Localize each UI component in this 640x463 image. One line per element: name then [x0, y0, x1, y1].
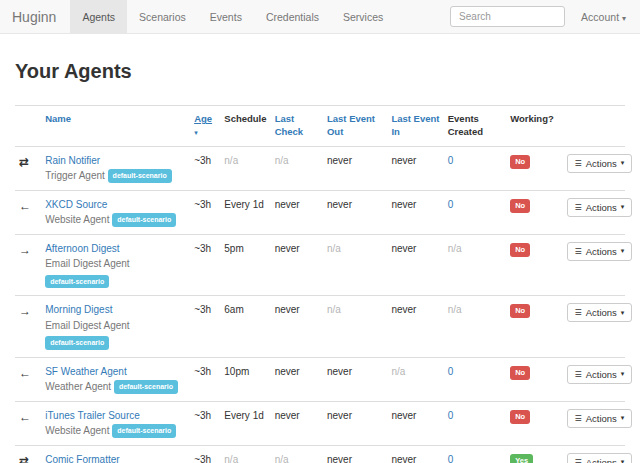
- scenario-badge[interactable]: default-scenario: [45, 336, 109, 349]
- list-icon: ☰: [575, 159, 582, 168]
- header-name[interactable]: Name: [41, 106, 190, 147]
- age-cell: ~3h: [190, 146, 220, 190]
- events-created-cell[interactable]: 0: [444, 146, 506, 190]
- working-badge: No: [510, 366, 530, 380]
- scenario-badge[interactable]: default-scenario: [45, 275, 109, 288]
- list-icon: ☰: [575, 247, 582, 256]
- table-row: → Afternoon Digest Email Digest Agent de…: [15, 234, 625, 296]
- actions-button[interactable]: ☰ Actions ▾: [567, 303, 633, 322]
- working-badge: No: [510, 304, 530, 318]
- agent-type-label: Trigger Agent: [45, 170, 105, 181]
- main-nav: Agents Scenarios Events Credentials Serv…: [70, 0, 395, 33]
- last-event-in-cell: never: [387, 234, 443, 296]
- agent-name-link[interactable]: Rain Notifier: [45, 154, 100, 168]
- agent-name-link[interactable]: Morning Digest: [45, 303, 112, 317]
- agents-table: Name Age ▾ Schedule Last Check Last Even…: [15, 105, 625, 463]
- schedule-cell: 5pm: [220, 234, 270, 296]
- caret-down-icon: ▾: [622, 14, 626, 23]
- header-actions-spacer: [563, 106, 625, 147]
- header-last-check[interactable]: Last Check: [271, 106, 323, 147]
- actions-button[interactable]: ☰ Actions ▾: [567, 198, 633, 217]
- actions-button[interactable]: ☰ Actions ▾: [567, 365, 633, 384]
- actions-button[interactable]: ☰ Actions ▾: [567, 154, 633, 173]
- arrow-left-icon: ←: [19, 366, 31, 380]
- age-cell: ~3h: [190, 234, 220, 296]
- actions-button[interactable]: ☰ Actions ▾: [567, 242, 633, 261]
- agent-name-link[interactable]: SF Weather Agent: [45, 365, 127, 379]
- last-event-out-cell: never: [323, 401, 387, 445]
- table-header-row: Name Age ▾ Schedule Last Check Last Even…: [15, 106, 625, 147]
- agent-type-label: Email Digest Agent: [45, 257, 186, 271]
- brand-link[interactable]: Huginn: [0, 0, 70, 33]
- actions-label: Actions: [586, 246, 617, 257]
- scenario-badge[interactable]: default-scenario: [108, 169, 172, 182]
- agent-name-link[interactable]: Afternoon Digest: [45, 242, 120, 256]
- table-row: ← iTunes Trailer Source Website Agent de…: [15, 401, 625, 445]
- header-last-event-in[interactable]: Last Event In: [387, 106, 443, 147]
- nav-item-services[interactable]: Services: [331, 0, 395, 33]
- last-check-cell: never: [271, 357, 323, 401]
- actions-label: Actions: [586, 158, 617, 169]
- schedule-cell: n/a: [220, 445, 270, 463]
- last-event-out-cell: n/a: [323, 296, 387, 358]
- table-row: ← XKCD Source Website Agent default-scen…: [15, 190, 625, 234]
- last-check-cell: never: [271, 190, 323, 234]
- last-event-in-cell: never: [387, 146, 443, 190]
- last-event-in-cell: never: [387, 190, 443, 234]
- last-event-in-cell: n/a: [387, 357, 443, 401]
- age-cell: ~3h: [190, 401, 220, 445]
- exchange-icon: ⇄: [19, 454, 29, 463]
- working-badge: Yes: [510, 454, 533, 463]
- nav-item-credentials[interactable]: Credentials: [254, 0, 331, 33]
- arrow-right-icon: →: [19, 243, 31, 257]
- list-icon: ☰: [575, 458, 582, 463]
- actions-label: Actions: [586, 457, 617, 463]
- scenario-badge[interactable]: default-scenario: [112, 213, 176, 226]
- exchange-icon: ⇄: [19, 155, 29, 169]
- actions-button[interactable]: ☰ Actions ▾: [567, 453, 633, 463]
- actions-label: Actions: [586, 413, 617, 424]
- caret-down-icon: ▾: [621, 247, 625, 255]
- nav-item-scenarios[interactable]: Scenarios: [127, 0, 198, 33]
- nav-item-agents[interactable]: Agents: [70, 0, 127, 33]
- caret-down-icon: ▾: [621, 458, 625, 463]
- scenario-badge[interactable]: default-scenario: [114, 380, 178, 393]
- last-check-cell: n/a: [271, 146, 323, 190]
- nav-item-events[interactable]: Events: [198, 0, 254, 33]
- schedule-cell: n/a: [220, 146, 270, 190]
- caret-down-icon: ▾: [621, 309, 625, 317]
- working-badge: No: [510, 243, 530, 257]
- arrow-left-icon: ←: [19, 199, 31, 213]
- search-input[interactable]: [450, 6, 565, 27]
- last-event-out-cell: never: [323, 146, 387, 190]
- last-event-in-cell: never: [387, 401, 443, 445]
- events-created-cell[interactable]: 0: [444, 190, 506, 234]
- list-icon: ☰: [575, 370, 582, 379]
- agent-type-label: Weather Agent: [45, 381, 111, 392]
- events-created-cell[interactable]: 0: [444, 401, 506, 445]
- table-row: → Morning Digest Email Digest Agent defa…: [15, 296, 625, 358]
- list-icon: ☰: [575, 203, 582, 212]
- events-created-cell[interactable]: 0: [444, 357, 506, 401]
- schedule-cell: 6am: [220, 296, 270, 358]
- header-icon-spacer: [15, 106, 41, 147]
- agent-type-label: Email Digest Agent: [45, 319, 186, 333]
- caret-down-icon: ▾: [621, 203, 625, 211]
- account-dropdown[interactable]: Account ▾: [581, 11, 626, 23]
- agent-name-link[interactable]: XKCD Source: [45, 198, 107, 212]
- navbar-right: Account ▾: [450, 0, 640, 33]
- events-created-cell[interactable]: 0: [444, 445, 506, 463]
- actions-button[interactable]: ☰ Actions ▾: [567, 409, 633, 428]
- table-row: ⇄ Comic Formatter Event Formatting Agent…: [15, 445, 625, 463]
- last-check-cell: never: [271, 234, 323, 296]
- agent-type-label: Website Agent: [45, 214, 109, 225]
- header-last-event-out[interactable]: Last Event Out: [323, 106, 387, 147]
- scenario-badge[interactable]: default-scenario: [112, 424, 176, 437]
- name-cell: Rain Notifier Trigger Agent default-scen…: [41, 146, 190, 190]
- header-working: Working?: [506, 106, 562, 147]
- agent-name-link[interactable]: iTunes Trailer Source: [45, 409, 140, 423]
- agent-name-link[interactable]: Comic Formatter: [45, 453, 119, 463]
- name-cell: XKCD Source Website Agent default-scenar…: [41, 190, 190, 234]
- arrow-left-icon: ←: [19, 410, 31, 424]
- header-age[interactable]: Age ▾: [190, 106, 220, 147]
